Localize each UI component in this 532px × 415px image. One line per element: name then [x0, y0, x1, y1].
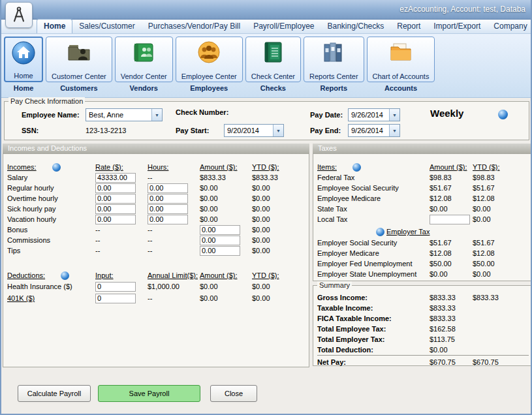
deductions-col-header: Deductions: [7, 271, 45, 279]
title-bar[interactable]: ezAccounting, Account: test, Databa [1, 0, 531, 20]
employee-name-select[interactable]: Best, Anne ▼ [86, 108, 163, 121]
customer-center-icon [66, 39, 92, 65]
deductions-header-row: Deductions: Input: Annual Limit($): Amou… [7, 270, 306, 281]
rate-input[interactable] [95, 173, 136, 183]
menu-bar: Home Sales/Customer Purchases/Vendor/Pay… [1, 20, 531, 34]
home-icon [10, 40, 37, 66]
local-tax-input[interactable] [430, 215, 470, 224]
employer-tax-title: Employer Tax [386, 228, 430, 236]
deduction-label-link[interactable]: 401K ($) [7, 294, 35, 302]
tab-payroll-employee[interactable]: Payroll/Employee [247, 20, 321, 33]
toolbar-button-label: Reports Center [309, 72, 358, 80]
check-center-icon [260, 39, 286, 65]
rate-input[interactable] [95, 194, 136, 204]
summary-amount: $113.75 [430, 335, 473, 343]
pay-end-select[interactable]: 9/26/2014 ▼ [348, 124, 400, 137]
tax-amount: $0.00 [430, 270, 473, 278]
tax-row: Federal Tax $98.83 $98.83 [317, 172, 529, 183]
summary-label: Total Employee Tax: [317, 325, 430, 333]
summary-amount: $833.33 [430, 304, 473, 312]
toolbar-reports-center-button[interactable]: Reports Center [304, 37, 364, 82]
summary-label: Net Pay: [317, 358, 430, 366]
calculate-payroll-button[interactable]: Calculate Payroll [18, 385, 91, 402]
rate-input[interactable] [95, 215, 136, 224]
income-row: Bonus -- -- $0.00 [7, 224, 306, 235]
hours-input[interactable] [148, 204, 188, 214]
summary-label: Gross Income: [317, 294, 430, 301]
amount-input[interactable] [200, 246, 240, 256]
toolbar-chart-of-accounts-button[interactable]: Chart of Accounts [367, 37, 435, 82]
chevron-down-icon: ▼ [389, 109, 399, 121]
ytd-value: $833.33 [252, 174, 298, 181]
rate-input[interactable] [95, 183, 136, 193]
hours-input[interactable] [148, 183, 188, 193]
hours-input[interactable] [148, 215, 188, 224]
taxes-section-header: Taxes [313, 144, 532, 153]
app-menu-button[interactable] [5, 2, 33, 28]
tax-label: Employer Social Security [317, 239, 430, 247]
incomes-panel: Incomes: Rate ($): Hours: Amount ($): YT… [3, 153, 309, 367]
summary-table: Gross Income: $833.33 $833.33 Taxable In… [317, 292, 529, 367]
tab-sales-customer[interactable]: Sales/Customer [72, 20, 141, 33]
tax-amount: $50.00 [430, 260, 473, 268]
chart-of-accounts-icon [388, 39, 414, 65]
hours-input[interactable] [148, 194, 188, 204]
summary-amount: $162.58 [430, 325, 473, 333]
income-row: Regular hourly $0.00 $0.00 [7, 183, 306, 193]
amount-value: $0.00 [200, 205, 252, 213]
tax-ytd: $0.00 [473, 270, 525, 278]
check-number-input[interactable] [234, 107, 296, 119]
employer-tax-help-globe-icon[interactable] [376, 228, 384, 236]
toolbar-employee-center-button[interactable]: Employee Center [176, 37, 243, 82]
summary-row: Taxable Income: $833.33 [317, 303, 529, 313]
ytd-value: $0.00 [252, 294, 298, 302]
toolbar-check-center-button[interactable]: Check Center [245, 37, 301, 82]
pay-start-value: 9/20/2014 [225, 127, 273, 134]
tax-amount: $98.83 [430, 174, 473, 181]
income-label: Regular hourly [7, 184, 95, 192]
window-title: ezAccounting, Account: test, Databa [399, 5, 525, 14]
amount-input[interactable] [200, 225, 240, 235]
income-row: Vacation hourly $0.00 $0.00 [7, 214, 306, 224]
incomes-help-globe-icon[interactable] [52, 163, 61, 172]
rate-input[interactable] [95, 204, 136, 214]
pay-date-select[interactable]: 9/26/2014 ▼ [348, 108, 400, 121]
annual-limit-value: -- [148, 294, 200, 302]
pay-start-datepicker[interactable]: 9/20/2014 ▼ [224, 124, 284, 137]
tab-company[interactable]: Company [487, 20, 532, 33]
ssn-label: SSN: [22, 127, 39, 134]
employee-center-icon [196, 39, 222, 65]
toolbar-button-label: Vendor Center [121, 72, 167, 80]
tax-row: State Tax $0.00 $0.00 [317, 204, 529, 214]
save-payroll-button[interactable]: Save Payroll [98, 385, 200, 402]
toolbar-group-label: Accounts [384, 84, 417, 92]
deduction-row: 401K ($) -- $0.00 $0.00 [7, 292, 306, 304]
hours-value: -- [148, 174, 200, 181]
tab-purchases-vendor-pay-bill[interactable]: Purchases/Vendor/Pay Bill [142, 20, 247, 33]
income-row: Sick hourly pay $0.00 $0.00 [7, 204, 306, 214]
summary-row: FICA Taxable Income: $833.33 [317, 313, 529, 324]
tax-row: Employer Social Security $51.67 $51.67 [317, 238, 529, 248]
amount-input[interactable] [200, 236, 240, 245]
tax-ytd: $51.67 [473, 239, 525, 247]
summary-label: Total Deduction: [317, 346, 430, 354]
close-button[interactable]: Close [210, 385, 257, 402]
income-label: Sick hourly pay [7, 205, 95, 213]
tab-report[interactable]: Report [390, 20, 427, 33]
paycheck-panel-title: Pay Check Information [8, 97, 85, 105]
deduction-label: Health Insurance ($) [7, 283, 95, 290]
paycheck-help-globe-icon[interactable] [498, 110, 508, 119]
taxes-help-globe-icon[interactable] [352, 163, 361, 172]
toolbar-home-button[interactable]: Home [4, 37, 43, 82]
toolbar-customer-center-button[interactable]: Customer Center [46, 37, 112, 82]
tab-home[interactable]: Home [37, 19, 72, 33]
income-label: Commissions [7, 236, 95, 244]
tab-banking-checks[interactable]: Banking/Checks [321, 20, 391, 33]
deductions-help-globe-icon[interactable] [61, 271, 69, 280]
toolbar-vendor-center-button[interactable]: Vendor Center [115, 37, 173, 82]
deduction-input[interactable] [95, 294, 136, 303]
tab-import-export[interactable]: Import/Export [427, 20, 487, 33]
income-row: Overtime hourly $0.00 $0.00 [7, 193, 306, 204]
ytd-value: $0.00 [252, 184, 298, 192]
deduction-input[interactable] [95, 282, 136, 292]
